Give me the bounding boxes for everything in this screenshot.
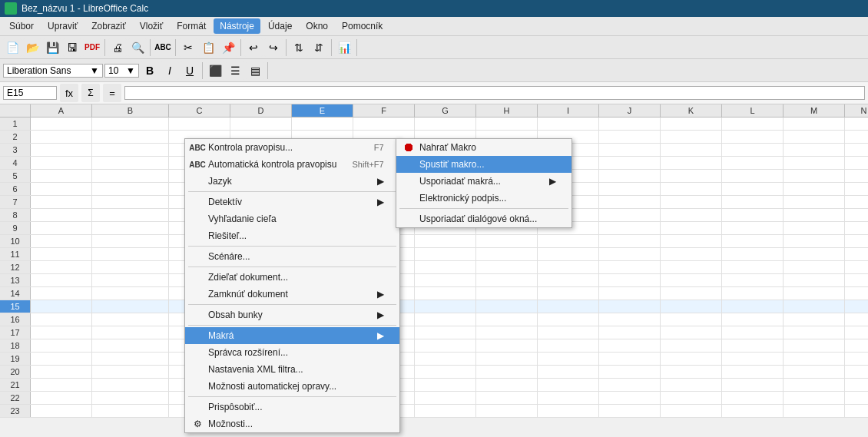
cell-J5[interactable] xyxy=(599,170,661,182)
cell-G11[interactable] xyxy=(415,248,476,260)
cell-N21[interactable] xyxy=(845,379,868,391)
macros-submenu[interactable]: ⏺ Nahrať Makro Spustiť makro... Usporiad… xyxy=(396,138,572,228)
cell-N8[interactable] xyxy=(845,209,868,221)
cell-H16[interactable] xyxy=(476,313,538,326)
cell-I18[interactable] xyxy=(538,339,599,352)
cell-K12[interactable] xyxy=(661,261,722,273)
submenu-organize-dialogs[interactable]: Usporiadať dialógové okná... xyxy=(396,210,571,227)
font-name-arrow[interactable]: ▼ xyxy=(90,65,99,76)
cell-H12[interactable] xyxy=(476,261,538,273)
cell-K20[interactable] xyxy=(661,366,722,378)
cell-N14[interactable] xyxy=(845,287,868,300)
menu-view[interactable]: Zobraziť xyxy=(85,18,132,34)
cell-N2[interactable] xyxy=(845,131,868,143)
cell-G17[interactable] xyxy=(415,326,476,339)
cell-K2[interactable] xyxy=(661,131,722,143)
menu-language[interactable]: Jazyk ▶ xyxy=(185,173,399,190)
cell-B8[interactable] xyxy=(92,209,169,221)
cell-L22[interactable] xyxy=(722,392,784,404)
cell-H18[interactable] xyxy=(476,339,538,352)
cell-A20[interactable] xyxy=(31,366,92,378)
undo-button[interactable]: ↩ xyxy=(244,38,263,57)
cell-N18[interactable] xyxy=(845,339,868,352)
open-button[interactable]: 📂 xyxy=(23,38,41,57)
cell-M16[interactable] xyxy=(784,313,845,326)
cell-H23[interactable] xyxy=(476,405,538,417)
cell-G13[interactable] xyxy=(415,274,476,286)
cell-K8[interactable] xyxy=(661,209,722,221)
cell-L14[interactable] xyxy=(722,287,784,300)
menu-file[interactable]: Súbor xyxy=(3,18,40,34)
cell-L23[interactable] xyxy=(722,405,784,417)
menu-goal-seek[interactable]: Vyhľadanie cieľa xyxy=(185,210,399,227)
cell-L1[interactable] xyxy=(722,118,784,130)
cell-M13[interactable] xyxy=(784,274,845,286)
cell-J20[interactable] xyxy=(599,366,661,378)
cell-N9[interactable] xyxy=(845,222,868,234)
cell-N17[interactable] xyxy=(845,326,868,339)
cell-N19[interactable] xyxy=(845,353,868,365)
cell-M10[interactable] xyxy=(784,235,845,247)
cell-K13[interactable] xyxy=(661,274,722,286)
cell-J15[interactable] xyxy=(599,300,661,313)
cell-M12[interactable] xyxy=(784,261,845,273)
cell-M8[interactable] xyxy=(784,209,845,221)
cell-M23[interactable] xyxy=(784,405,845,417)
cell-E1[interactable] xyxy=(292,118,353,130)
font-size-arrow[interactable]: ▼ xyxy=(126,65,135,76)
cell-K16[interactable] xyxy=(661,313,722,326)
cell-L8[interactable] xyxy=(722,209,784,221)
cell-N3[interactable] xyxy=(845,144,868,156)
cell-G19[interactable] xyxy=(415,353,476,365)
cell-M20[interactable] xyxy=(784,366,845,378)
cell-D1[interactable] xyxy=(230,118,292,130)
cell-A21[interactable] xyxy=(31,379,92,391)
submenu-digital-sign[interactable]: Elektronický podpis... xyxy=(396,190,571,207)
cell-N20[interactable] xyxy=(845,366,868,378)
cell-B2[interactable] xyxy=(92,131,169,143)
col-header-f[interactable]: F xyxy=(353,104,415,117)
cell-C1[interactable] xyxy=(169,118,230,130)
cell-J12[interactable] xyxy=(599,261,661,273)
cell-L16[interactable] xyxy=(722,313,784,326)
cell-L21[interactable] xyxy=(722,379,784,391)
cell-B23[interactable] xyxy=(92,405,169,417)
formula-equals-button[interactable]: = xyxy=(103,84,121,102)
menu-tools[interactable]: Nástroje xyxy=(214,18,260,34)
chart-button[interactable]: 📊 xyxy=(335,38,353,57)
cell-L19[interactable] xyxy=(722,353,784,365)
sum-button[interactable]: Σ xyxy=(81,84,100,102)
cell-B21[interactable] xyxy=(92,379,169,391)
cell-G22[interactable] xyxy=(415,392,476,404)
cell-L7[interactable] xyxy=(722,196,784,208)
col-header-c[interactable]: C xyxy=(169,104,230,117)
menu-detective[interactable]: Detektív ▶ xyxy=(185,194,399,210)
cell-B17[interactable] xyxy=(92,326,169,339)
menu-spellcheck[interactable]: ABC Kontrola pravopisu... F7 xyxy=(185,139,399,156)
cell-M4[interactable] xyxy=(784,157,845,169)
col-header-n[interactable]: N xyxy=(845,104,868,117)
cell-M3[interactable] xyxy=(784,144,845,156)
col-header-d[interactable]: D xyxy=(230,104,292,117)
menu-format[interactable]: Formát xyxy=(171,18,212,34)
underline-button[interactable]: U xyxy=(181,61,199,80)
print-preview-button[interactable]: 🔍 xyxy=(128,38,147,57)
cell-H17[interactable] xyxy=(476,326,538,339)
cell-M17[interactable] xyxy=(784,326,845,339)
cell-M1[interactable] xyxy=(784,118,845,130)
cell-B13[interactable] xyxy=(92,274,169,286)
cell-N22[interactable] xyxy=(845,392,868,404)
cell-H22[interactable] xyxy=(476,392,538,404)
cell-H14[interactable] xyxy=(476,287,538,300)
cell-L15[interactable] xyxy=(722,300,784,313)
font-name-selector[interactable]: Liberation Sans ▼ xyxy=(3,64,103,78)
cell-K4[interactable] xyxy=(661,157,722,169)
menu-data[interactable]: Údaje xyxy=(262,18,298,34)
cell-K7[interactable] xyxy=(661,196,722,208)
col-header-g[interactable]: G xyxy=(415,104,476,117)
cell-B22[interactable] xyxy=(92,392,169,404)
cell-H10[interactable] xyxy=(476,235,538,247)
menu-customize[interactable]: Prispôsobiť... xyxy=(185,399,399,415)
submenu-run-macro[interactable]: Spustiť makro... xyxy=(396,156,571,173)
cell-M19[interactable] xyxy=(784,353,845,365)
